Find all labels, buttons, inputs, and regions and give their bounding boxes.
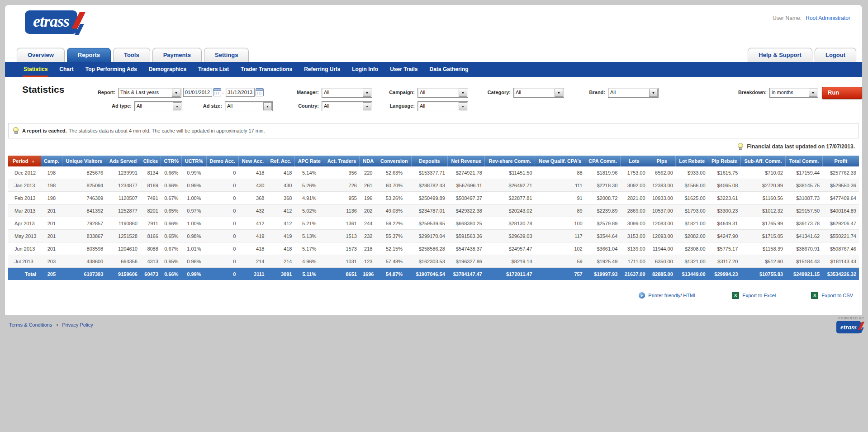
privacy-link[interactable]: Privacy Policy — [62, 322, 93, 328]
cell-nda: 220 — [360, 166, 377, 179]
cell-pip-rebate: $4649.31 — [708, 217, 741, 230]
manager-select[interactable]: All ▼ — [322, 88, 372, 98]
country-select[interactable]: All ▼ — [322, 101, 372, 111]
column-header-ctr[interactable]: CTR% — [161, 156, 182, 166]
column-header-sub-aff-comm[interactable]: Sub-Aff. Comm. — [740, 156, 786, 166]
tab-logout[interactable]: Logout — [815, 48, 856, 62]
tab-overview[interactable]: Overview — [17, 48, 65, 62]
date-to-input[interactable] — [226, 88, 255, 97]
main-tab-row: OverviewReportsToolsPaymentsSettings Hel… — [5, 45, 862, 62]
column-header-lot-rebate[interactable]: Lot Rebate — [676, 156, 708, 166]
cell-net-revenue: $591563.36 — [448, 230, 485, 242]
ad-type-select[interactable]: All ▼ — [134, 101, 182, 111]
column-header-apc-rate[interactable]: APC Rate — [294, 156, 324, 166]
column-header-conversion[interactable]: Conversion — [377, 156, 412, 166]
cell-apc-rate: 5.02% — [294, 204, 324, 217]
cell-pip-rebate: $3223.61 — [708, 192, 741, 204]
column-header-new-qualif-cpa-s[interactable]: New Qualif. CPA's — [535, 156, 585, 166]
export-link-export-to-csv[interactable]: XExport to CSV — [811, 292, 853, 299]
cell-ctr: 0.66% — [161, 166, 182, 179]
subnav-item-login-info[interactable]: Login Info — [346, 62, 384, 77]
terms-link[interactable]: Terms & Conditions — [9, 322, 52, 328]
run-report-button[interactable]: Run Report — [822, 87, 862, 99]
cell-lot-rebate: $1625.00 — [676, 192, 708, 204]
cell-profit: $400164.89 — [822, 204, 859, 217]
footer-links: Terms & Conditions • Privacy Policy — [9, 322, 93, 328]
campaign-select[interactable]: All ▼ — [417, 88, 468, 98]
country-label: Country: — [287, 103, 319, 109]
date-from-input[interactable] — [183, 88, 212, 97]
cell-lots: 21637.00 — [620, 268, 648, 280]
user-name-value[interactable]: Root Administrator — [806, 15, 850, 21]
chevron-down-icon: ▼ — [809, 89, 817, 97]
column-header-lots[interactable]: Lots — [620, 156, 648, 166]
cell-ref-acc: 368 — [267, 192, 294, 204]
cell-sub-aff-comm: $10755.83 — [740, 268, 786, 280]
category-label: Category: — [478, 90, 511, 95]
brand-select[interactable]: All ▼ — [608, 88, 659, 98]
subnav: StatisticsChartTop Performing AdsDemogra… — [5, 62, 862, 77]
export-link-export-to-excel[interactable]: XExport to Excel — [732, 292, 776, 299]
subnav-item-statistics[interactable]: Statistics — [18, 62, 53, 77]
column-header-net-revenue[interactable]: Net Revenue — [448, 156, 485, 166]
column-header-new-acc[interactable]: New Acc. — [238, 156, 267, 166]
tab-settings[interactable]: Settings — [204, 48, 249, 62]
column-header-ref-acc[interactable]: Ref. Acc. — [267, 156, 294, 166]
cell-new-qualif-cpa-s: 102 — [535, 242, 585, 255]
subnav-item-top-performing-ads[interactable]: Top Performing Ads — [80, 62, 143, 77]
cell-unique-visitors: 825676 — [62, 166, 106, 179]
cell-clicks: 8088 — [140, 242, 161, 255]
tab-tools[interactable]: Tools — [113, 48, 150, 62]
column-header-profit[interactable]: Profit — [822, 156, 859, 166]
calendar-icon[interactable] — [256, 88, 264, 96]
cell-ref-acc: 214 — [267, 255, 294, 268]
cell-clicks: 8134 — [140, 166, 161, 179]
subnav-item-demographics[interactable]: Demographics — [143, 62, 192, 77]
column-header-deposits[interactable]: Deposits — [411, 156, 448, 166]
export-link-printer-friendly-html[interactable]: ePrinter friendly/ HTML — [639, 292, 697, 299]
breakdown-select[interactable]: in months ▼ — [769, 88, 818, 98]
report-select[interactable]: This & Last years ▼ — [118, 88, 181, 98]
language-select[interactable]: All ▼ — [417, 101, 468, 111]
cell-ads-served: 1239991 — [106, 166, 140, 179]
financial-note: Financial data last updated on 17/07/201… — [747, 143, 855, 150]
subnav-item-traders-list[interactable]: Traders List — [192, 62, 235, 77]
subnav-item-trader-transactions[interactable]: Trader Transactions — [235, 62, 298, 77]
subnav-item-chart[interactable]: Chart — [53, 62, 79, 77]
cell-sub-aff-comm: $710.02 — [740, 166, 786, 179]
column-header-act-traders[interactable]: Act. Traders — [324, 156, 360, 166]
tab-help-support[interactable]: Help & Support — [748, 48, 812, 62]
cell-cpa-comm: $1819.96 — [585, 166, 621, 179]
column-header-total-comm[interactable]: Total Comm. — [786, 156, 822, 166]
category-select[interactable]: All ▼ — [513, 88, 564, 98]
main-content-card: etrass User Name: Root Administrator Ove… — [5, 5, 862, 315]
column-header-ads-served[interactable]: Ads Served — [106, 156, 140, 166]
cell-ctr: 0.67% — [161, 192, 182, 204]
column-header-unique-visitors[interactable]: Unique Visitors — [62, 156, 106, 166]
chevron-down-icon: ▼ — [173, 102, 181, 110]
logo-box: etrass — [25, 10, 77, 34]
tab-reports[interactable]: Reports — [67, 48, 111, 62]
column-header-rev-share-comm[interactable]: Rev-share Comm. — [485, 156, 535, 166]
column-header-cpa-comm[interactable]: CPA Comm. — [585, 156, 621, 166]
calendar-icon[interactable] — [213, 88, 221, 96]
tab-payments[interactable]: Payments — [152, 48, 202, 62]
cell-total-comm: $17159.44 — [786, 166, 822, 179]
column-header-camp[interactable]: Camp. — [41, 156, 62, 166]
column-header-clicks[interactable]: Clicks — [140, 156, 161, 166]
ad-size-select[interactable]: All ▼ — [225, 101, 273, 111]
subnav-item-user-trails[interactable]: User Trails — [384, 62, 423, 77]
column-header-period[interactable]: Period▲ — [8, 156, 41, 166]
cell-act-traders: 8651 — [324, 268, 360, 280]
subnav-item-referring-urls[interactable]: Referring Urls — [298, 62, 346, 77]
column-header-uctr[interactable]: UCTR% — [182, 156, 206, 166]
cell-pips: 11944.00 — [648, 242, 676, 255]
subnav-item-data-gathering[interactable]: Data Gathering — [424, 62, 474, 77]
column-header-pip-rebate[interactable]: Pip Rebate — [708, 156, 741, 166]
column-header-pips[interactable]: Pips — [648, 156, 676, 166]
column-header-demo-acc[interactable]: Demo Acc. — [206, 156, 238, 166]
cell-pips: 6562.00 — [648, 166, 676, 179]
cell-new-acc: 432 — [238, 204, 267, 217]
cell-demo-acc: 0 — [206, 166, 238, 179]
column-header-nda[interactable]: NDA — [360, 156, 377, 166]
